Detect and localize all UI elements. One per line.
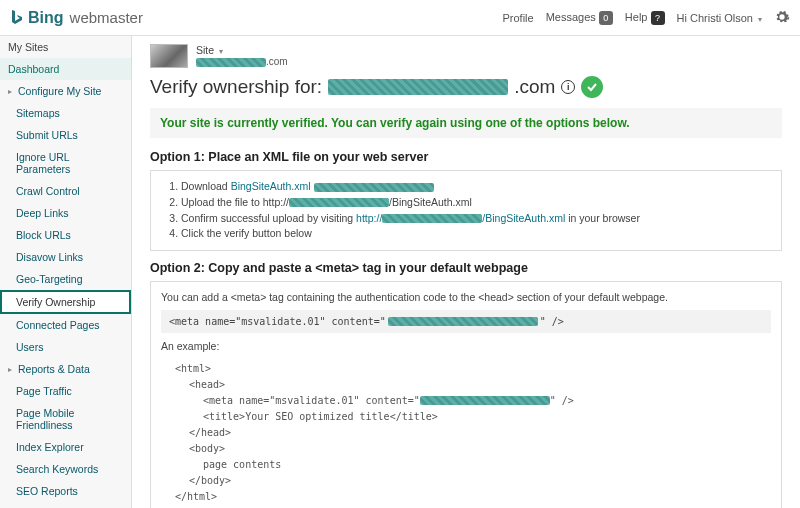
top-links: Profile Messages 0 Help ? Hi Christi Ols… — [502, 9, 790, 27]
sidebar-item-crawl-control[interactable]: Crawl Control — [0, 180, 131, 202]
top-bar: Bing webmaster Profile Messages 0 Help ?… — [0, 0, 800, 36]
site-domain: .com — [196, 56, 288, 67]
brand-subtitle: webmaster — [70, 9, 143, 26]
opt1-step1: Download BingSiteAuth.xml — [181, 179, 771, 195]
sidebar-my-sites[interactable]: My Sites — [0, 36, 131, 58]
sidebar-item-block-urls[interactable]: Block URLs — [0, 224, 131, 246]
sidebar-item-sitemaps[interactable]: Sitemaps — [0, 102, 131, 124]
chevron-right-icon: ▸ — [8, 365, 16, 374]
chevron-down-icon: ▾ — [219, 47, 223, 56]
messages-label: Messages — [546, 11, 596, 23]
sidebar-item-page-traffic[interactable]: Page Traffic — [0, 380, 131, 402]
sidebar-configure-label: Configure My Site — [18, 85, 101, 97]
site-label: Site — [196, 44, 214, 56]
messages-badge: 0 — [599, 11, 613, 25]
help-label: Help — [625, 11, 648, 23]
info-icon[interactable]: i — [561, 80, 575, 94]
sidebar-item-deep-links[interactable]: Deep Links — [0, 202, 131, 224]
profile-link[interactable]: Profile — [502, 12, 533, 24]
sidebar-item-index-explorer[interactable]: Index Explorer — [0, 436, 131, 458]
option2-title: Option 2: Copy and paste a <meta> tag in… — [150, 261, 782, 275]
main-content: Site ▾ .com Verify ownership for: .com i… — [132, 36, 800, 508]
sidebar-item-geo[interactable]: Geo-Targeting — [0, 268, 131, 290]
sidebar-item-connected-pages[interactable]: Connected Pages — [0, 314, 131, 336]
site-thumbnail — [150, 44, 188, 68]
sidebar-item-inbound-links[interactable]: Inbound Links — [0, 502, 131, 508]
bingsiteauth-link[interactable]: BingSiteAuth.xml — [231, 180, 311, 192]
sidebar-item-submit-urls[interactable]: Submit URLs — [0, 124, 131, 146]
sidebar-item-mobile-friendly[interactable]: Page Mobile Friendliness — [0, 402, 131, 436]
verified-check-icon — [581, 76, 603, 98]
sidebar-reports-label: Reports & Data — [18, 363, 90, 375]
sidebar-item-seo-reports[interactable]: SEO Reports — [0, 480, 131, 502]
status-banner: Your site is currently verified. You can… — [150, 108, 782, 138]
sidebar-item-users[interactable]: Users — [0, 336, 131, 358]
chevron-down-icon: ▾ — [758, 15, 762, 24]
sidebar-reports[interactable]: ▸Reports & Data — [0, 358, 131, 380]
opt1-step3: Confirm successful upload by visiting ht… — [181, 211, 771, 227]
opt1-step2: Upload the file to http:///BingSiteAuth.… — [181, 195, 771, 211]
opt2-intro: You can add a <meta> tag containing the … — [161, 290, 771, 306]
page-title: Verify ownership for: .com i — [150, 76, 782, 98]
option1-box: Download BingSiteAuth.xml Upload the fil… — [150, 170, 782, 251]
sidebar-item-verify-ownership[interactable]: Verify Ownership — [0, 290, 131, 314]
settings-button[interactable] — [774, 9, 790, 27]
option2-box: You can add a <meta> tag containing the … — [150, 281, 782, 508]
verify-url-link[interactable]: http:///BingSiteAuth.xml — [356, 212, 565, 224]
greeting-text: Hi Christi Olson — [677, 12, 753, 24]
site-header: Site ▾ .com — [150, 44, 782, 68]
chevron-right-icon: ▸ — [8, 87, 16, 96]
brand-text: Bing — [28, 9, 64, 27]
opt2-meta-code[interactable]: <meta name="msvalidate.01" content="" /> — [161, 310, 771, 333]
help-link[interactable]: Help ? — [625, 11, 665, 25]
gear-icon — [774, 9, 790, 25]
sidebar-configure[interactable]: ▸Configure My Site — [0, 80, 131, 102]
sidebar-dashboard[interactable]: Dashboard — [0, 58, 131, 80]
site-selector[interactable]: Site ▾ — [196, 44, 288, 56]
sidebar: My Sites Dashboard ▸Configure My Site Si… — [0, 36, 132, 508]
option1-title: Option 1: Place an XML file on your web … — [150, 150, 782, 164]
sidebar-item-search-keywords[interactable]: Search Keywords — [0, 458, 131, 480]
sidebar-item-disavow[interactable]: Disavow Links — [0, 246, 131, 268]
opt2-example-label: An example: — [161, 339, 771, 355]
opt1-step4: Click the verify button below — [181, 226, 771, 242]
user-greeting[interactable]: Hi Christi Olson ▾ — [677, 12, 762, 24]
brand[interactable]: Bing webmaster — [10, 9, 143, 27]
bing-logo: Bing — [10, 9, 64, 27]
bing-logo-icon — [10, 9, 24, 27]
opt2-example-code: <html> <head> <meta name="msvalidate.01"… — [161, 355, 771, 509]
redacted-domain — [328, 79, 508, 95]
help-badge: ? — [651, 11, 665, 25]
sidebar-item-ignore-params[interactable]: Ignore URL Parameters — [0, 146, 131, 180]
messages-link[interactable]: Messages 0 — [546, 11, 613, 25]
